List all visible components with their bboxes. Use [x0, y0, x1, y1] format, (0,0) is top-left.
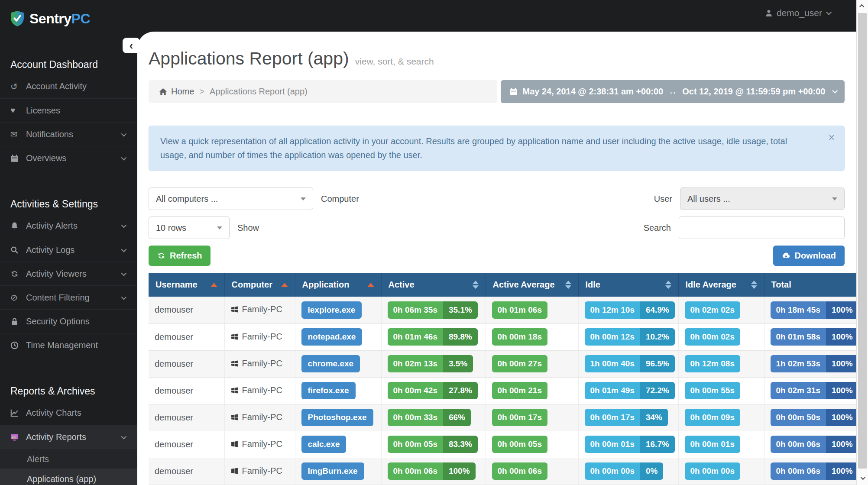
- column-header-active[interactable]: Active: [381, 273, 486, 297]
- application-badge[interactable]: iexplore.exe: [301, 301, 362, 319]
- application-cell: Photoshop.exe: [295, 404, 381, 431]
- search-input[interactable]: [679, 217, 845, 239]
- date-range-picker[interactable]: May 24, 2014 @ 2:38:31 am +00:00 ↔ Oct 1…: [501, 80, 845, 103]
- chevron-down-icon: [121, 223, 127, 228]
- breadcrumb-separator: >: [199, 87, 204, 97]
- user-select-label: User: [654, 194, 672, 204]
- sidebar-item-activity-reports[interactable]: Activity Reports: [0, 425, 137, 449]
- column-header-total[interactable]: Total: [764, 273, 856, 297]
- computer-cell: Family-PC: [224, 297, 295, 323]
- idle-average-cell: 0h 00m 09s: [678, 404, 764, 431]
- shield-check-icon: [10, 10, 25, 27]
- scroll-up-button[interactable]: [857, 1, 868, 11]
- windows-icon: [231, 386, 238, 396]
- sidebar-item-activity-alerts[interactable]: Activity Alerts: [0, 214, 137, 238]
- application-cell: chrome.exe: [295, 350, 381, 377]
- sidebar-item-overviews[interactable]: Overviews: [0, 146, 137, 170]
- application-badge[interactable]: ImgBurn.exe: [301, 462, 364, 480]
- refresh-button[interactable]: Refresh: [149, 246, 211, 266]
- active-average-cell: 0h 00m 18s: [486, 323, 578, 350]
- breadcrumb-home-link[interactable]: Home: [159, 87, 194, 97]
- page-scrollbar[interactable]: [856, 0, 868, 485]
- sidebar-item-label: Time Management: [26, 340, 98, 350]
- brand-logo[interactable]: SentryPC: [0, 0, 137, 30]
- download-button[interactable]: Download: [773, 246, 845, 266]
- column-header-active-average[interactable]: Active Average: [486, 273, 578, 297]
- windows-icon: [231, 440, 238, 450]
- idle-average-badge: 0h 00m 00s: [685, 462, 740, 480]
- sidebar-item-activity-charts[interactable]: Activity Charts: [0, 401, 137, 425]
- alert-close-button[interactable]: ×: [828, 131, 835, 144]
- idle-badge: 0h 01m 49s72.2%: [585, 382, 675, 399]
- lock-icon: [10, 317, 26, 326]
- windows-icon: [231, 467, 238, 477]
- idle-average-cell: 0h 00m 55s: [678, 377, 764, 404]
- sidebar-item-time-management[interactable]: Time Management: [0, 333, 137, 357]
- active-average-cell: 0h 00m 05s: [486, 431, 578, 458]
- idle-average-cell: 0h 00m 01s: [678, 431, 764, 458]
- calendar-icon: [10, 154, 26, 162]
- scrollbar-thumb[interactable]: [858, 13, 867, 469]
- application-badge[interactable]: notepad.exe: [301, 328, 363, 346]
- application-badge[interactable]: firefox.exe: [301, 382, 356, 399]
- active-cell: 0h 00m 05s83.3%: [381, 431, 486, 458]
- table-row: demouser Family-PC calc.exe 0h 00m 05s83…: [149, 431, 856, 458]
- sidebar-item-notifications[interactable]: ✉ Notifications: [0, 122, 137, 146]
- active-average-cell: 0h 00m 21s: [486, 377, 578, 404]
- sort-ascending-icon: [281, 283, 288, 287]
- idle-badge: 0h 00m 00s0%: [585, 462, 664, 480]
- active-cell: 0h 00m 06s100%: [381, 458, 486, 485]
- sidebar-item-licenses[interactable]: ♥ Licenses: [0, 98, 137, 122]
- column-header-application[interactable]: Application: [295, 273, 381, 297]
- application-badge[interactable]: chrome.exe: [301, 355, 360, 372]
- active-average-badge: 0h 01m 06s: [492, 301, 547, 319]
- sidebar-item-label: Activity Logs: [26, 245, 74, 255]
- active-cell: 0h 01m 46s89.8%: [381, 323, 486, 350]
- sort-both-icon: [565, 281, 571, 289]
- ban-icon: ⊘: [10, 292, 26, 303]
- user-select[interactable]: All users ...: [680, 188, 845, 210]
- sidebar-item-activity-viewers[interactable]: Activity Viewers: [0, 262, 137, 285]
- computer-cell: Family-PC: [224, 404, 295, 431]
- column-header-computer[interactable]: Computer: [224, 273, 295, 297]
- rows-select[interactable]: 10 rows: [149, 217, 230, 239]
- idle-average-badge: 0h 00m 01s: [685, 436, 740, 453]
- active-badge: 0h 00m 06s100%: [388, 462, 476, 480]
- computer-select[interactable]: All computers ...: [149, 188, 313, 210]
- active-average-badge: 0h 00m 18s: [492, 328, 547, 346]
- sidebar-item-account-activity[interactable]: ↺ Account Activity: [0, 74, 137, 98]
- column-header-idle-average[interactable]: Idle Average: [678, 273, 764, 297]
- chevron-down-icon: [121, 155, 127, 160]
- sidebar-item-label: Overviews: [26, 153, 66, 163]
- computer-cell: Family-PC: [224, 323, 295, 350]
- total-badge: 0h 00m 06s100%: [771, 462, 857, 480]
- windows-icon: [231, 305, 238, 315]
- idle-cell: 0h 00m 01s16.7%: [578, 431, 678, 458]
- application-badge[interactable]: Photoshop.exe: [301, 409, 373, 426]
- active-badge: 0h 01m 46s89.8%: [388, 328, 478, 346]
- total-badge: 0h 01m 58s100%: [771, 328, 857, 346]
- scroll-down-button[interactable]: [857, 473, 868, 483]
- total-cell: 0h 00m 50s100%: [764, 404, 856, 431]
- sidebar-subitem-alerts[interactable]: Alerts: [0, 449, 137, 469]
- total-cell: 0h 18m 45s100%: [764, 297, 856, 323]
- sidebar-item-security-options[interactable]: Security Options: [0, 309, 137, 333]
- username-cell: demouser: [149, 458, 224, 485]
- application-badge[interactable]: calc.exe: [301, 436, 347, 453]
- column-header-username[interactable]: Username: [149, 273, 224, 297]
- active-badge: 0h 00m 33s66%: [388, 409, 471, 426]
- sidebar-subitem-applications-app[interactable]: Applications (app): [0, 469, 137, 485]
- column-header-idle[interactable]: Idle: [578, 273, 678, 297]
- rows-select-label: Show: [237, 223, 259, 233]
- idle-average-badge: 0h 00m 09s: [685, 409, 740, 426]
- sidebar-collapse-button[interactable]: ‹: [123, 38, 140, 53]
- sidebar-item-content-filtering[interactable]: ⊘ Content Filtering: [0, 285, 137, 309]
- idle-average-badge: 0h 00m 02s: [685, 328, 740, 346]
- caret-down-icon: [301, 197, 306, 200]
- main-content: Applications Report (app) view, sort, & …: [137, 32, 856, 485]
- idle-badge: 0h 00m 17s34%: [585, 409, 668, 426]
- user-icon: [765, 9, 773, 17]
- sidebar-item-activity-logs[interactable]: Activity Logs: [0, 238, 137, 262]
- home-icon: [159, 87, 167, 96]
- user-menu[interactable]: demo_user: [765, 8, 830, 18]
